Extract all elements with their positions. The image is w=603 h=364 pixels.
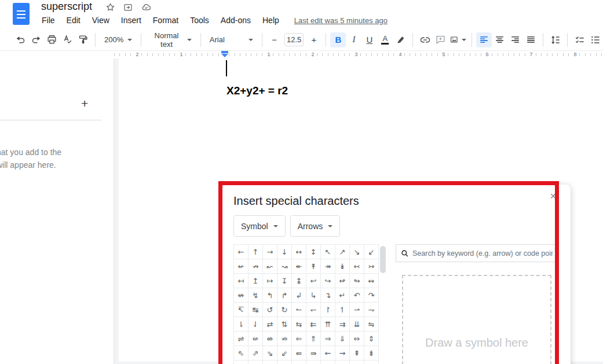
symbol-draw-area[interactable]: Draw a symbol here (402, 275, 551, 364)
character-cell[interactable]: ⇀ (350, 303, 364, 317)
character-cell[interactable]: ⇏ (277, 332, 292, 346)
last-edit-status[interactable]: Last edit was 5 minutes ago (294, 16, 388, 25)
align-left-button[interactable] (476, 32, 492, 47)
justify-button[interactable] (523, 32, 539, 47)
menu-item[interactable]: Insert (115, 14, 147, 26)
paragraph-style-select[interactable]: Normal text (145, 32, 196, 47)
character-cell[interactable]: ↝ (277, 259, 292, 274)
character-cell[interactable]: ⇘ (263, 346, 277, 361)
character-cell[interactable]: ↪ (321, 274, 335, 288)
character-cell[interactable]: ↲ (292, 288, 306, 303)
character-cell[interactable]: ⇄ (263, 317, 277, 332)
align-center-button[interactable] (492, 32, 507, 47)
character-cell[interactable]: ⇑ (306, 332, 321, 346)
scrollbar-thumb[interactable] (380, 246, 386, 273)
character-cell[interactable]: ⇝ (335, 346, 350, 361)
character-cell[interactable]: ↑ (248, 245, 263, 259)
character-cell[interactable]: ↷ (364, 288, 379, 303)
undo-button[interactable] (13, 32, 28, 47)
character-cell[interactable]: ↜ (263, 259, 277, 274)
character-cell[interactable]: ↺ (263, 303, 277, 317)
character-cell[interactable]: ⇍ (248, 332, 263, 346)
close-icon[interactable]: ✕ (550, 192, 557, 201)
character-cell[interactable]: ⇓ (335, 332, 350, 346)
category-dropdown[interactable]: Symbol (233, 215, 286, 237)
menu-item[interactable]: Tools (184, 14, 215, 26)
character-cell[interactable]: ⇩ (364, 361, 379, 364)
move-folder-icon[interactable] (123, 2, 133, 12)
character-cell[interactable]: ↣ (364, 259, 379, 274)
line-spacing-button[interactable] (547, 32, 563, 47)
character-cell[interactable]: ↓ (277, 245, 292, 259)
character-cell[interactable]: ⇠ (234, 361, 248, 364)
character-cell[interactable]: ↶ (350, 288, 364, 303)
character-cell[interactable]: → (263, 245, 277, 259)
character-cell[interactable]: ↮ (234, 288, 248, 303)
character-cell[interactable]: ↿ (335, 303, 350, 317)
character-cell[interactable]: ↗ (335, 245, 350, 259)
character-cell[interactable]: ↕ (306, 245, 321, 259)
add-comment-button[interactable] (433, 32, 448, 47)
decrease-font-size-button[interactable]: − (266, 32, 282, 47)
character-cell[interactable]: ↥ (248, 274, 263, 288)
first-line-indent-icon[interactable] (221, 51, 228, 53)
character-cell[interactable]: ⇦ (321, 361, 335, 364)
character-cell[interactable]: ↬ (350, 274, 364, 288)
indent-marker[interactable] (221, 51, 228, 58)
character-cell[interactable]: ⇤ (292, 361, 306, 364)
character-cell[interactable]: ⇕ (364, 332, 379, 346)
underline-button[interactable]: U (361, 32, 377, 47)
character-cell[interactable]: ↟ (306, 259, 321, 274)
left-indent-icon[interactable] (221, 54, 228, 57)
character-cell[interactable]: ↘ (350, 245, 364, 259)
redo-button[interactable] (28, 32, 44, 47)
character-cell[interactable]: ↾ (321, 303, 335, 317)
character-cell[interactable]: ⇂ (234, 317, 248, 332)
character-cell[interactable]: ⇜ (321, 346, 335, 361)
add-summary-button[interactable]: + (81, 97, 88, 111)
character-cell[interactable]: ⇐ (292, 332, 306, 346)
character-cell[interactable]: ⇗ (248, 346, 263, 361)
character-cell[interactable]: ⇣ (277, 361, 292, 364)
menu-item[interactable]: File (36, 14, 61, 26)
increase-font-size-button[interactable]: + (306, 32, 321, 47)
star-icon[interactable] (105, 2, 115, 12)
insert-link-button[interactable] (417, 32, 433, 47)
character-cell[interactable]: ⇒ (321, 332, 335, 346)
character-cell[interactable]: ↭ (364, 274, 379, 288)
character-cell[interactable]: ⇢ (263, 361, 277, 364)
italic-button[interactable]: I (346, 32, 361, 47)
character-cell[interactable]: ↽ (306, 303, 321, 317)
menu-item[interactable]: View (86, 14, 115, 26)
character-cell[interactable]: ⇖ (234, 346, 248, 361)
character-cell[interactable]: ↔ (292, 245, 306, 259)
character-cell[interactable]: ⇆ (292, 317, 306, 332)
character-cell[interactable]: ⇌ (234, 332, 248, 346)
character-cell[interactable]: ⇋ (364, 317, 379, 332)
cloud-status-icon[interactable] (141, 2, 152, 12)
checklist-button[interactable] (572, 32, 587, 47)
character-cell[interactable]: ⇥ (306, 361, 321, 364)
character-cell[interactable]: ↵ (335, 288, 350, 303)
character-cell[interactable]: ⇃ (248, 317, 263, 332)
character-cell[interactable]: ↚ (234, 259, 248, 274)
text-color-button[interactable]: A (377, 32, 393, 47)
highlight-color-button[interactable] (393, 32, 408, 47)
search-input[interactable] (412, 249, 553, 258)
character-cell[interactable]: ⇅ (277, 317, 292, 332)
character-cell[interactable]: ← (234, 245, 248, 259)
character-cell[interactable]: ↰ (263, 288, 277, 303)
character-cell[interactable]: ↯ (248, 288, 263, 303)
grid-scrollbar[interactable] (380, 245, 386, 364)
character-cell[interactable]: ↖ (321, 245, 335, 259)
character-cell[interactable]: ⇧ (335, 361, 350, 364)
zoom-select[interactable]: 200% (100, 32, 137, 47)
character-cell[interactable]: ↛ (248, 259, 263, 274)
menu-item[interactable]: Add-ons (215, 14, 257, 26)
align-right-button[interactable] (507, 32, 523, 47)
menu-item[interactable]: Edit (61, 14, 86, 26)
menu-item[interactable]: Help (257, 14, 285, 26)
google-docs-logo-icon[interactable] (13, 3, 30, 25)
character-cell[interactable]: ↱ (277, 288, 292, 303)
character-cell[interactable]: ⇉ (335, 317, 350, 332)
